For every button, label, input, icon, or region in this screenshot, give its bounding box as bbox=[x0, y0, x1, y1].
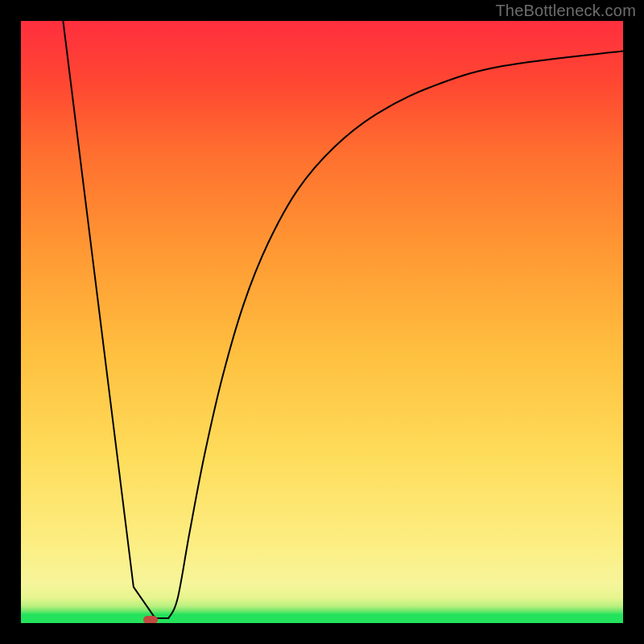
bottleneck-chart: TheBottleneck.com bbox=[0, 0, 644, 644]
plot-area bbox=[21, 21, 623, 623]
bottleneck-curve bbox=[21, 21, 623, 623]
minimum-point-marker bbox=[143, 616, 158, 624]
curve-left-branch bbox=[63, 21, 168, 618]
curve-right-branch bbox=[168, 51, 623, 618]
attribution-text: TheBottleneck.com bbox=[495, 2, 636, 20]
